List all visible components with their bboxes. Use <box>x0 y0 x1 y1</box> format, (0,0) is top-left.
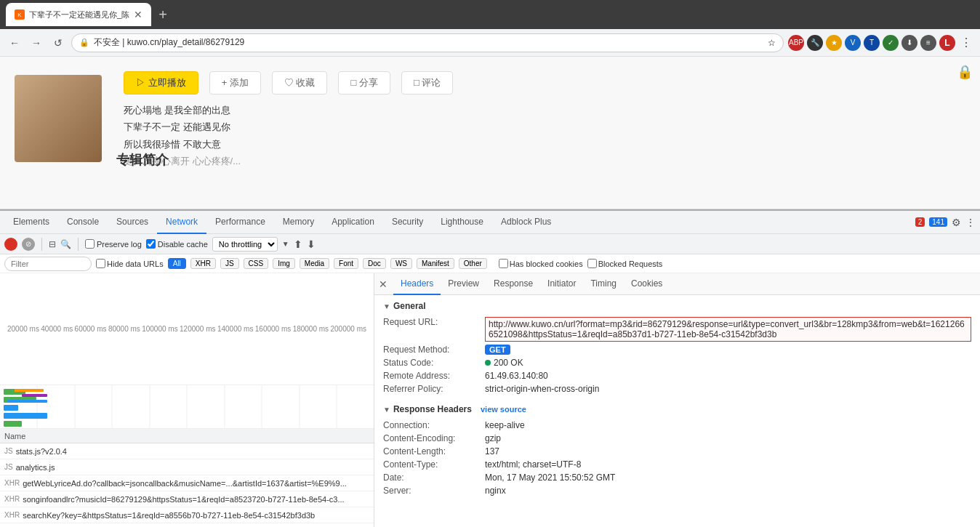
extension-3[interactable]: ★ <box>826 35 842 51</box>
user-avatar[interactable]: L <box>939 35 955 51</box>
menu-button[interactable]: ⋮ <box>958 35 974 51</box>
view-source-button[interactable]: view source <box>481 405 526 414</box>
tab-lighthouse[interactable]: Lighthouse <box>432 211 492 234</box>
new-tab-button[interactable]: + <box>158 7 167 23</box>
disable-cache-input[interactable] <box>146 239 156 249</box>
filter-ws-button[interactable]: WS <box>390 258 412 269</box>
referrer-policy-label: Referrer Policy: <box>383 384 485 394</box>
clear-button[interactable]: ⊘ <box>22 238 35 251</box>
add-button[interactable]: + 添加 <box>209 71 261 94</box>
extension-4[interactable]: V <box>845 35 861 51</box>
content-encoding-row: Content-Encoding: gzip <box>383 432 971 445</box>
filter-media-button[interactable]: Media <box>300 258 329 269</box>
detail-tab-preview[interactable]: Preview <box>441 273 486 295</box>
js-icon: JS <box>4 447 13 455</box>
extensions-button[interactable]: ABP <box>788 35 804 51</box>
svg-rect-17 <box>7 400 47 403</box>
extension-8[interactable]: ≡ <box>920 35 936 51</box>
detail-tab-timing[interactable]: Timing <box>583 273 624 295</box>
general-section-header[interactable]: General <box>383 301 971 311</box>
extension-5[interactable]: T <box>864 35 880 51</box>
forward-button[interactable]: → <box>28 34 45 52</box>
tab-application[interactable]: Application <box>323 211 383 234</box>
filter-font-button[interactable]: Font <box>334 258 358 269</box>
filter-other-button[interactable]: Other <box>459 258 487 269</box>
blocked-requests-input[interactable] <box>587 259 597 268</box>
upload-icon[interactable]: ⬆ <box>294 238 302 250</box>
filter-css-button[interactable]: CSS <box>244 258 269 269</box>
preserve-log-input[interactable] <box>85 239 95 249</box>
extension-6[interactable]: ✓ <box>883 35 899 51</box>
detail-tab-headers[interactable]: Headers <box>393 273 441 295</box>
filter-img-button[interactable]: Img <box>273 258 295 269</box>
download-icon[interactable]: ⬇ <box>307 238 316 250</box>
server-value: nginx <box>485 486 971 496</box>
hide-data-urls-checkbox[interactable]: Hide data URLs <box>96 259 164 268</box>
content-length-row: Content-Length: 137 <box>383 445 971 458</box>
tab-close-button[interactable]: ✕ <box>134 9 142 20</box>
settings-icon[interactable]: ⚙ <box>952 217 961 228</box>
close-detail-button[interactable]: ✕ <box>379 278 387 290</box>
collect-button[interactable]: ♡ 收藏 <box>272 71 328 94</box>
status-code-label: Status Code: <box>383 358 485 368</box>
filter-all-button[interactable]: All <box>168 258 186 269</box>
content-encoding-value: gzip <box>485 433 971 443</box>
network-row[interactable]: XHR searchKey?key=&httpsStatus=1&reqId=a… <box>0 507 374 523</box>
filter-manifest-button[interactable]: Manifest <box>417 258 454 269</box>
extension-2[interactable]: 🔧 <box>807 35 823 51</box>
play-button[interactable]: ▷ 立即播放 <box>124 71 198 94</box>
tab-console[interactable]: Console <box>58 211 108 234</box>
security-badge: 🔒 <box>957 64 973 80</box>
extension-7[interactable]: ⬇ <box>901 35 917 51</box>
response-headers-section-header[interactable]: Response Headers view source <box>383 404 971 414</box>
filter-input[interactable] <box>4 257 92 271</box>
server-label: Server: <box>383 486 485 496</box>
detail-tabs: ✕ Headers Preview Response Initiator Tim… <box>374 273 980 295</box>
bookmark-icon[interactable]: ☆ <box>768 38 776 48</box>
filter-js-button[interactable]: JS <box>220 258 239 269</box>
tab-adblock[interactable]: Adblock Plus <box>492 211 560 234</box>
network-row[interactable]: XHR getWebLyriceAd.do?callback=jsoncallb… <box>0 475 374 491</box>
detail-tab-cookies[interactable]: Cookies <box>624 273 670 295</box>
record-button[interactable] <box>4 238 17 251</box>
hide-data-urls-input[interactable] <box>96 259 105 268</box>
svg-rect-13 <box>4 413 47 419</box>
network-row[interactable]: JS stats.js?v2.0.4 <box>0 443 374 459</box>
tab-performance[interactable]: Performance <box>206 211 274 234</box>
tab-favicon: K <box>15 9 25 20</box>
back-button[interactable]: ← <box>6 34 23 52</box>
comment-button[interactable]: □ 评论 <box>401 71 453 94</box>
search-icon[interactable]: 🔍 <box>60 239 71 249</box>
preserve-log-checkbox[interactable]: Preserve log <box>85 239 142 249</box>
filter-xhr-button[interactable]: XHR <box>190 258 216 269</box>
throttle-select[interactable]: No throttling <box>212 237 278 252</box>
filter-icon[interactable]: ⊟ <box>49 239 56 249</box>
has-blocked-cookies-checkbox[interactable]: Has blocked cookies <box>499 259 583 268</box>
tab-sources[interactable]: Sources <box>108 211 157 234</box>
detail-tab-response[interactable]: Response <box>486 273 540 295</box>
remote-address-row: Remote Address: 61.49.63.140:80 <box>383 369 971 382</box>
has-blocked-cookies-input[interactable] <box>499 259 508 268</box>
tab-elements[interactable]: Elements <box>4 211 58 234</box>
connection-value: keep-alive <box>485 420 971 430</box>
tab-memory[interactable]: Memory <box>274 211 323 234</box>
filter-doc-button[interactable]: Doc <box>363 258 386 269</box>
toolbar-separator-2 <box>78 238 79 251</box>
disable-cache-checkbox[interactable]: Disable cache <box>146 239 208 249</box>
more-options-icon[interactable]: ⋮ <box>965 217 976 228</box>
svg-rect-14 <box>4 421 22 427</box>
browser-chrome: K 下辈子不一定还能遇见你_陈 ✕ + <box>0 0 980 29</box>
reload-button[interactable]: ↺ <box>49 34 67 52</box>
browser-tab[interactable]: K 下辈子不一定还能遇见你_陈 ✕ <box>6 3 151 26</box>
blocked-requests-checkbox[interactable]: Blocked Requests <box>587 259 663 268</box>
address-bar[interactable]: 🔒 不安全 | kuwo.cn/play_detail/86279129 ☆ <box>71 33 784 52</box>
tab-security[interactable]: Security <box>383 211 432 234</box>
detail-content: General Request URL: http://www.kuwo.cn/… <box>374 295 980 527</box>
network-row[interactable]: XHR songinfoandlrc?musicId=86279129&http… <box>0 491 374 507</box>
detail-tab-initiator[interactable]: Initiator <box>540 273 583 295</box>
tab-network[interactable]: Network <box>157 211 206 234</box>
share-button[interactable]: □ 分享 <box>338 71 390 94</box>
network-row[interactable]: XHR comment?type=get_rec_comment&f=web&p… <box>0 523 374 527</box>
content-type-row: Content-Type: text/html; charset=UTF-8 <box>383 458 971 471</box>
network-row[interactable]: JS analytics.js <box>0 459 374 475</box>
